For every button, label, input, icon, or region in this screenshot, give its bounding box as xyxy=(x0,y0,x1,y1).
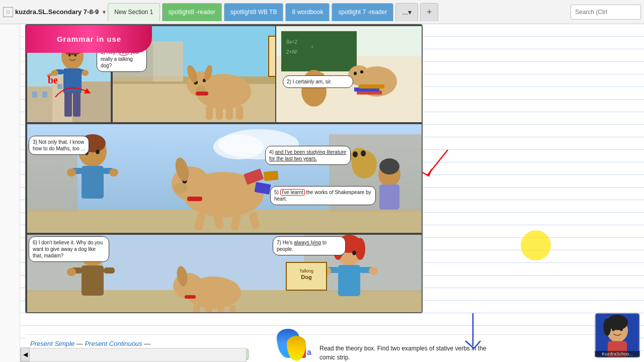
tab-spotlight8wb[interactable]: spotlight8 WB TB xyxy=(224,3,283,21)
bubble-2-text: 2) I certainly am, sir. xyxy=(287,79,332,84)
svg-text:2+N²: 2+N² xyxy=(286,49,298,55)
svg-point-33 xyxy=(196,85,206,93)
svg-point-128 xyxy=(369,267,378,275)
svg-point-89 xyxy=(109,168,118,176)
svg-point-84 xyxy=(96,150,100,154)
tab-spotlight7reader[interactable]: spotlight 7 -reader xyxy=(332,3,393,21)
svg-rect-4 xyxy=(32,92,37,98)
exercise-letter: a xyxy=(307,348,311,357)
tab-wordbook[interactable]: 8 wordbook xyxy=(285,3,330,21)
svg-point-137 xyxy=(619,327,623,331)
svg-point-136 xyxy=(612,327,615,331)
arrow-annotation-middle xyxy=(418,145,458,185)
svg-point-123 xyxy=(352,251,356,255)
exercise-text: Read the theory box. Find two examples o… xyxy=(319,344,496,362)
svg-rect-39 xyxy=(226,106,233,120)
svg-point-51 xyxy=(354,72,357,75)
search-input[interactable] xyxy=(571,5,641,20)
svg-point-93 xyxy=(361,150,366,156)
comic-panel-3: 8x=2 ² 2+N² xyxy=(275,25,423,123)
svg-rect-96 xyxy=(379,185,399,210)
tab-new-section[interactable]: New Section 1 xyxy=(108,3,159,21)
speech-bubble-4: 4) and I've been studying literature for… xyxy=(265,146,351,165)
bubble-4-text: 4) and I've been studying literature for… xyxy=(269,149,346,161)
svg-point-10 xyxy=(74,54,76,57)
topbar: □ kuzdra.SL.Secondary 7-8-9 ▾ New Sectio… xyxy=(0,0,644,24)
svg-point-71 xyxy=(174,183,188,193)
svg-point-15 xyxy=(82,70,89,76)
svg-point-91 xyxy=(350,148,368,166)
svg-rect-6 xyxy=(57,84,62,89)
svg-point-108 xyxy=(67,268,76,276)
grammar-link-present-simple[interactable]: Present Simple xyxy=(30,340,74,347)
tab-add[interactable]: + xyxy=(420,3,439,21)
svg-point-95 xyxy=(379,158,399,174)
svg-rect-124 xyxy=(338,265,360,296)
comic-strip: Grammar in use xyxy=(25,24,423,313)
svg-rect-115 xyxy=(206,305,212,313)
grammar-header-text: Grammar in use xyxy=(57,35,121,43)
bubble-3-text: 3) Not only that. I know how to do Maths… xyxy=(33,139,85,151)
svg-rect-18 xyxy=(73,92,80,117)
svg-text:Talking: Talking xyxy=(299,268,313,274)
grammar-header-banner: Grammar in use xyxy=(26,25,152,53)
bottom-input[interactable] xyxy=(21,348,246,361)
svg-rect-105 xyxy=(82,265,104,296)
svg-rect-116 xyxy=(217,304,224,313)
dropdown-arrow-icon[interactable]: ▾ xyxy=(103,9,106,16)
handwritten-annotation: be xyxy=(48,74,58,86)
svg-point-66 xyxy=(213,134,264,159)
svg-rect-23 xyxy=(153,41,183,81)
svg-rect-40 xyxy=(236,106,243,120)
chevron-down-icon: ▾ xyxy=(408,8,412,16)
avatar-area: KuzdraSchoo... xyxy=(595,313,640,358)
page-icon: □ xyxy=(3,7,13,17)
svg-rect-17 xyxy=(64,92,72,117)
comic-container: Grammar in use xyxy=(25,24,423,313)
bottom-bar: ◀ xyxy=(20,348,247,362)
speech-bubble-7: 7) He's always lying to people. xyxy=(273,236,346,255)
svg-point-135 xyxy=(603,319,611,336)
svg-rect-80 xyxy=(264,171,278,181)
svg-point-9 xyxy=(68,54,70,57)
speech-bubble-6: 6) I don't believe it. Why do you want t… xyxy=(29,236,109,262)
svg-rect-5 xyxy=(42,92,47,98)
svg-rect-72 xyxy=(187,197,202,201)
svg-rect-38 xyxy=(216,106,223,120)
main-content: Grammar in use xyxy=(0,24,644,362)
svg-point-121 xyxy=(355,238,365,260)
svg-point-52 xyxy=(360,70,363,73)
svg-rect-36 xyxy=(196,92,208,96)
svg-rect-114 xyxy=(193,304,200,313)
bubble-5-text: 5) I've learnt the works of Shakespeare … xyxy=(274,189,371,202)
svg-text:²: ² xyxy=(311,45,313,50)
bubble-7-text: 7) He's always lying to people. xyxy=(277,240,327,252)
document-title: kuzdra.SL.Secondary 7-8-9 xyxy=(15,8,99,16)
svg-point-88 xyxy=(67,168,76,176)
svg-rect-117 xyxy=(229,305,236,313)
svg-rect-113 xyxy=(185,295,196,299)
svg-rect-55 xyxy=(359,84,384,88)
speech-bubble-5: 5) I've learnt the works of Shakespeare … xyxy=(270,186,376,205)
svg-text:8x=2: 8x=2 xyxy=(286,39,297,45)
speech-bubble-3: 3) Not only that. I know how to do Maths… xyxy=(29,136,89,155)
svg-rect-37 xyxy=(206,106,213,120)
bubble-6-text: 6) I don't believe it. Why do you want t… xyxy=(33,240,103,258)
scroll-left-arrow[interactable]: ◀ xyxy=(21,347,30,361)
tab-more[interactable]: ... ▾ xyxy=(395,3,418,21)
grammar-link-present-continuous[interactable]: Present Continuous xyxy=(85,340,142,347)
speech-bubble-2: 2) I certainly am, sir. xyxy=(283,75,353,88)
svg-rect-85 xyxy=(82,166,104,199)
svg-point-92 xyxy=(353,151,358,157)
tab-spotlight8reader[interactable]: spotlight8 -reader xyxy=(162,3,222,21)
panel-3-illustration: 8x=2 ² 2+N² xyxy=(276,26,423,123)
svg-rect-107 xyxy=(104,267,115,274)
avatar-label: KuzdraSchoo... xyxy=(595,351,640,357)
left-margin xyxy=(0,24,20,362)
svg-text:Dog: Dog xyxy=(301,274,311,280)
content-area: Grammar in use xyxy=(20,24,644,362)
yellow-highlight xyxy=(521,230,551,260)
exercise-3-container: 3 a Read the theory box. Find two exampl… xyxy=(292,344,584,358)
svg-rect-1 xyxy=(27,86,52,123)
